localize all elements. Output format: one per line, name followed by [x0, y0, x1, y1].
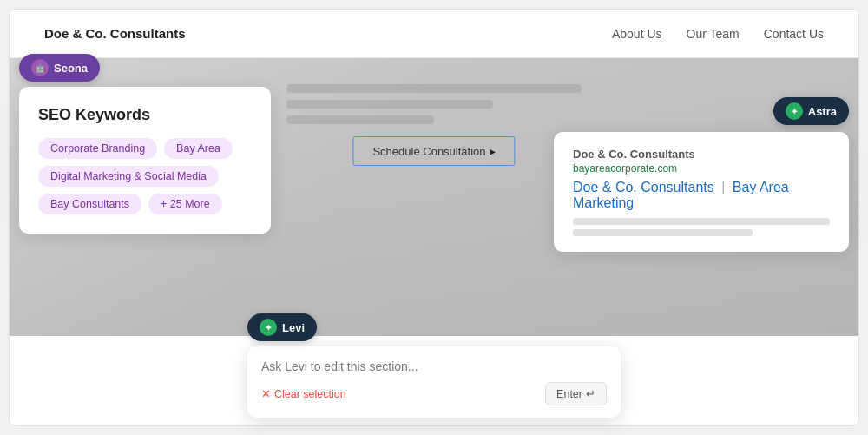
nav-link-contact[interactable]: Contact Us: [764, 27, 824, 41]
astra-avatar-icon: ✦: [791, 107, 798, 116]
hero-line-2: [286, 100, 493, 109]
nav-links: About Us Our Team Contact Us: [612, 27, 824, 41]
levi-avatar: ✦: [260, 319, 277, 336]
search-result-card: Doe & Co. Consultants bayareacorporate.c…: [554, 132, 849, 252]
tags-container: Corporate Branding Bay Area Digital Mark…: [38, 138, 252, 214]
seo-keywords-card: SEO Keywords Corporate Branding Bay Area…: [19, 87, 271, 234]
enter-label: Enter: [556, 388, 582, 400]
seona-label: Seona: [54, 62, 88, 75]
hero-line-1: [286, 84, 582, 93]
search-card-title: Doe & Co. Consultants | Bay Area Marketi…: [573, 180, 830, 211]
seo-card-title: SEO Keywords: [38, 106, 252, 124]
schedule-btn-wrapper: Schedule Consultation ▸: [352, 136, 515, 166]
hero-line-3: [286, 115, 434, 124]
hero-text-placeholder: [286, 84, 582, 124]
astra-badge[interactable]: ✦ Astra: [773, 97, 849, 125]
nav-link-about[interactable]: About Us: [612, 27, 662, 41]
astra-avatar: ✦: [786, 102, 803, 120]
cursor-icon: ▸: [490, 144, 496, 158]
search-card-brand: Doe & Co. Consultants: [573, 148, 830, 161]
levi-panel: ✦ Levi ✕ Clear selection Enter ↵: [247, 313, 621, 418]
enter-button[interactable]: Enter ↵: [545, 382, 607, 405]
seona-avatar-icon: 🤖: [35, 63, 45, 73]
search-desc-line-1: [573, 218, 830, 225]
clear-selection-button[interactable]: ✕ Clear selection: [261, 387, 346, 400]
astra-label: Astra: [808, 105, 837, 118]
tag-bay-consultants[interactable]: Bay Consultants: [38, 194, 141, 214]
levi-text-input[interactable]: [261, 359, 607, 373]
search-title-separator: |: [721, 180, 725, 194]
search-card-description: [573, 218, 830, 236]
schedule-btn-label: Schedule Consultation: [372, 145, 485, 158]
clear-selection-label: Clear selection: [274, 388, 346, 400]
schedule-consultation-button[interactable]: Schedule Consultation ▸: [352, 136, 515, 166]
search-title-part1: Doe & Co. Consultants: [573, 180, 714, 194]
tag-digital-marketing[interactable]: Digital Marketing & Social Media: [38, 166, 219, 187]
enter-icon: ↵: [586, 387, 595, 400]
seona-avatar: 🤖: [31, 59, 49, 76]
search-desc-line-2: [573, 229, 753, 236]
levi-avatar-icon: ✦: [265, 323, 272, 333]
clear-x-icon: ✕: [261, 387, 271, 400]
levi-label: Levi: [282, 321, 305, 334]
seona-badge[interactable]: 🤖 Seona: [19, 54, 100, 82]
search-card-url: bayareacorporate.com: [573, 162, 830, 175]
tag-more[interactable]: + 25 More: [148, 194, 222, 214]
nav-bar: Doe & Co. Consultants About Us Our Team …: [10, 10, 858, 58]
nav-logo: Doe & Co. Consultants: [44, 26, 186, 41]
levi-actions: ✕ Clear selection Enter ↵: [261, 382, 607, 405]
levi-badge[interactable]: ✦ Levi: [247, 313, 317, 341]
tag-corporate-branding[interactable]: Corporate Branding: [38, 138, 157, 159]
levi-input-area: ✕ Clear selection Enter ↵: [247, 346, 621, 418]
tag-bay-area[interactable]: Bay Area: [164, 138, 233, 159]
nav-link-team[interactable]: Our Team: [687, 27, 740, 41]
